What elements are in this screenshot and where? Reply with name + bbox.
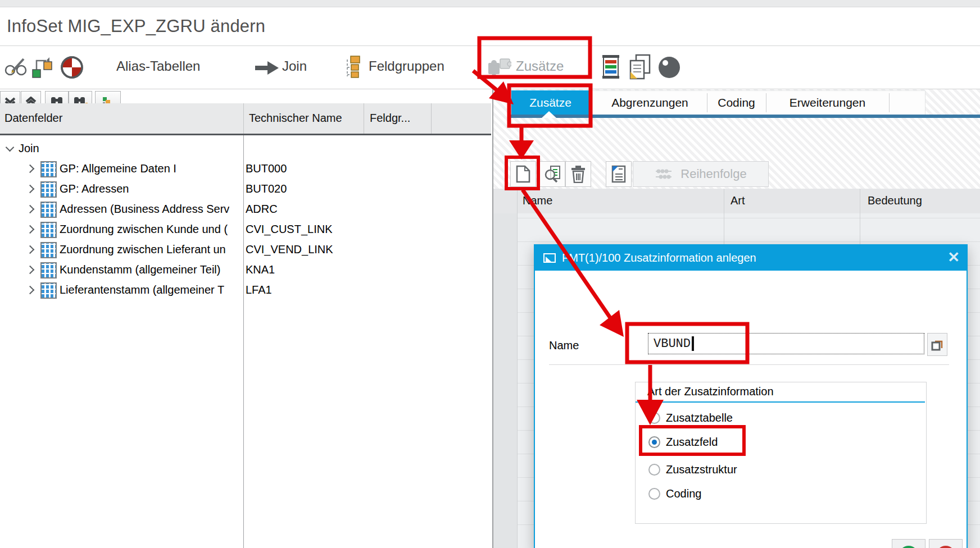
technical-name: CVI_VEND_LINK: [246, 243, 333, 256]
tree-row-lfa1[interactable]: Lieferantenstamm (allgemeiner T LFA1: [0, 280, 491, 300]
column-header-name: Name: [523, 194, 552, 207]
tree-row-adrc[interactable]: Adressen (Business Address Serv ADRC: [0, 199, 491, 220]
infoset-graphic-icon[interactable]: [30, 55, 55, 80]
column-header-technischer-name[interactable]: Technischer Name: [249, 112, 342, 125]
table-icon: [40, 161, 57, 177]
abacus-icon: [655, 167, 673, 181]
column-separator[interactable]: [431, 103, 432, 134]
documentation-button[interactable]: [606, 161, 632, 187]
technical-name: KNA1: [246, 263, 275, 276]
active-tab-notch: [542, 111, 556, 118]
datafields-panel: Datenfelder Technischer Name Feldgr... J…: [0, 89, 493, 548]
tree-row-but020[interactable]: GP: Adressen BUT020: [0, 179, 491, 199]
tree-node-join[interactable]: Join: [0, 139, 491, 159]
multiple-values-button[interactable]: [927, 333, 947, 356]
column-header-feldgruppe[interactable]: Feldgr...: [370, 112, 410, 125]
info-type-group-title: Art der Zusatzinformation: [647, 385, 774, 398]
application-toolbar: Alias-Tabellen Join Feldgruppen: [0, 46, 980, 89]
page-title: InfoSet MIG_EXP_ZGRU ändern: [7, 16, 265, 36]
table-row-label: GP: Allgemeine Daten I: [60, 162, 176, 175]
tab-separator: [889, 93, 890, 112]
join-arrow-icon[interactable]: [254, 60, 280, 76]
tab-separator: [766, 93, 766, 112]
radio-label: Zusatztabelle: [666, 412, 733, 424]
chevron-right-icon[interactable]: [26, 286, 35, 295]
tab-coding[interactable]: Coding: [707, 90, 766, 115]
radio-selected-icon[interactable]: [648, 436, 660, 448]
radio-icon[interactable]: [648, 488, 660, 500]
chevron-right-icon[interactable]: [26, 245, 35, 254]
column-separator[interactable]: [364, 103, 364, 134]
sphere-icon[interactable]: [657, 56, 681, 79]
field-groups-button[interactable]: Feldgruppen: [369, 58, 444, 74]
extras-table-header: Name Art Bedeutung: [493, 189, 980, 213]
table-icon: [40, 282, 57, 299]
chevron-right-icon[interactable]: [26, 205, 35, 214]
table-row-label: GP: Adressen: [60, 182, 129, 195]
table-row-label: Lieferantenstamm (allgemeiner T: [60, 284, 224, 296]
alias-tables-button[interactable]: Alias-Tabellen: [116, 58, 200, 74]
table-icon: [40, 222, 57, 238]
radio-icon[interactable]: [648, 412, 660, 424]
cancel-button[interactable]: [929, 539, 963, 548]
table-row-label: Zuordnung zwischen Kunde und (: [60, 223, 228, 236]
delete-button[interactable]: [565, 161, 591, 187]
column-header-datenfelder[interactable]: Datenfelder: [4, 112, 62, 125]
radio-label: Coding: [666, 487, 701, 500]
tree-node-label: Join: [19, 142, 39, 155]
create-icon: [516, 165, 530, 183]
radio-icon[interactable]: [648, 464, 660, 476]
chevron-right-icon[interactable]: [26, 185, 35, 194]
chevron-right-icon[interactable]: [26, 165, 35, 173]
tree-row-cvi-vend[interactable]: Zuordnung zwischen Lieferant un CVI_VEND…: [0, 240, 491, 260]
order-button[interactable]: Reihenfolge: [633, 161, 769, 187]
table-row-label: Adressen (Business Address Serv: [60, 203, 229, 216]
confirm-button[interactable]: [892, 539, 925, 548]
chevron-down-icon[interactable]: [6, 143, 15, 152]
column-header-art: Art: [731, 194, 745, 207]
table-gridline: [517, 189, 518, 548]
tree-row-but000[interactable]: GP: Allgemeine Daten I BUT000: [0, 159, 491, 179]
create-extra-info-dialog: FMT(1)/100 Zusatzinformation anlegen ✕ N…: [534, 244, 968, 548]
radio-zusatztabelle[interactable]: Zusatztabelle: [648, 410, 733, 426]
join-button[interactable]: Join: [282, 58, 307, 74]
pie-chart-icon[interactable]: [60, 55, 84, 80]
top-strip: [0, 0, 980, 7]
tab-separator: [707, 93, 707, 112]
tree-row-cvi-cust[interactable]: Zuordnung zwischen Kunde und ( CVI_CUST_…: [0, 220, 491, 240]
tree-row-kna1[interactable]: Kundenstamm (allgemeiner Teil) KNA1: [0, 260, 491, 280]
chevron-right-icon[interactable]: [26, 266, 35, 275]
delete-icon: [570, 165, 587, 183]
documentation-icon: [611, 165, 627, 183]
radio-zusatzfeld[interactable]: Zusatzfeld: [648, 434, 718, 450]
extras-button[interactable]: Zusätze: [516, 58, 564, 74]
title-bar: InfoSet MIG_EXP_ZGRU ändern: [0, 7, 980, 46]
dialog-title-bar[interactable]: FMT(1)/100 Zusatzinformation anlegen ✕: [535, 245, 967, 271]
alv-layout-icon[interactable]: [600, 54, 621, 80]
name-input[interactable]: VBUND: [648, 333, 924, 354]
radio-zusatzstruktur[interactable]: Zusatzstruktur: [648, 462, 737, 477]
column-separator[interactable]: [243, 103, 244, 134]
puzzle-icon[interactable]: [487, 57, 511, 79]
display-button[interactable]: [539, 161, 565, 187]
tab-abgrenzungen[interactable]: Abgrenzungen: [593, 90, 707, 115]
field-underline: [549, 364, 949, 365]
display-change-icon[interactable]: [3, 54, 28, 79]
create-button[interactable]: [510, 161, 536, 187]
copy-document-icon[interactable]: [628, 54, 652, 80]
field-groups-icon[interactable]: [342, 55, 364, 80]
table-icon: [40, 242, 57, 258]
cancel-x-icon: [934, 542, 957, 548]
table-icon: [40, 202, 57, 218]
close-icon[interactable]: ✕: [947, 249, 960, 266]
radio-coding[interactable]: Coding: [648, 486, 701, 501]
chevron-right-icon[interactable]: [26, 225, 35, 234]
sap-gui-window: InfoSet MIG_EXP_ZGRU ändern: [0, 0, 980, 548]
table-icon: [40, 181, 57, 198]
table-icon: [40, 262, 57, 278]
tab-erweiterungen[interactable]: Erweiterungen: [766, 90, 889, 115]
name-field-label: Name: [549, 339, 579, 352]
window-create-icon: [543, 252, 556, 264]
dialog-title: FMT(1)/100 Zusatzinformation anlegen: [562, 252, 756, 264]
technical-name: CVI_CUST_LINK: [246, 223, 333, 236]
